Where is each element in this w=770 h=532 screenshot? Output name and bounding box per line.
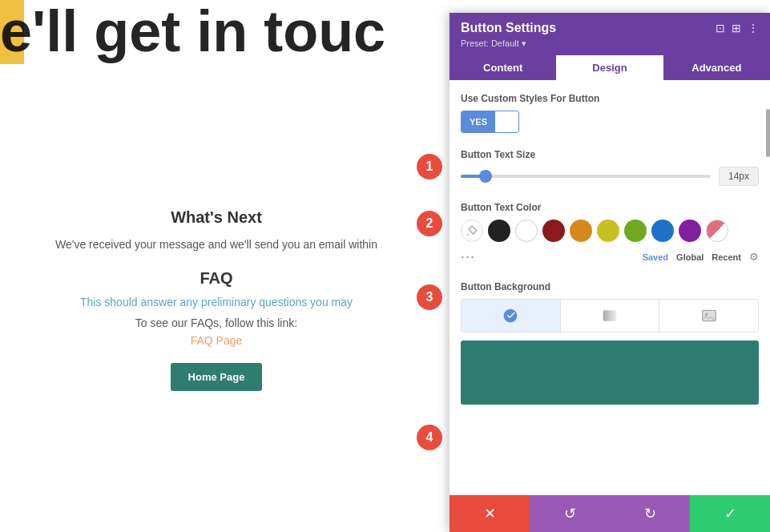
color-white[interactable] xyxy=(515,220,538,242)
step-bubble-4: 4 xyxy=(417,425,442,450)
bg-color-preview[interactable] xyxy=(461,341,759,405)
bg-type-row xyxy=(461,299,759,332)
bubble-label-3: 3 xyxy=(426,290,433,304)
bg-type-gradient[interactable] xyxy=(561,300,660,332)
tab-advanced[interactable]: Advanced xyxy=(663,55,770,80)
panel-title: Button Settings xyxy=(461,21,556,35)
preset-dropdown-arrow: ▾ xyxy=(522,38,526,48)
color-tab-recent[interactable]: Recent xyxy=(712,252,741,262)
bg-label: Button Background xyxy=(461,281,759,292)
redo-icon: ↻ xyxy=(644,505,656,522)
color-dark-red[interactable] xyxy=(542,220,565,242)
panel-footer: ✕ ↺ ↻ ✓ xyxy=(450,495,770,532)
save-icon: ✓ xyxy=(724,505,736,522)
tab-design-label: Design xyxy=(592,62,627,74)
button-settings-panel: Button Settings ⊡ ⊞ ⋮ Preset: Default ▾ … xyxy=(450,13,770,532)
panel-tabs: Content Design Advanced xyxy=(450,55,770,80)
tab-design[interactable]: Design xyxy=(556,55,663,80)
svg-line-0 xyxy=(467,234,469,236)
text-color-label: Button Text Color xyxy=(461,202,759,213)
tab-advanced-label: Advanced xyxy=(691,62,741,74)
faq-title: FAQ xyxy=(16,269,417,288)
faq-page-link[interactable]: FAQ Page xyxy=(16,334,417,347)
undo-button[interactable]: ↺ xyxy=(530,495,610,532)
scrollbar-thumb[interactable] xyxy=(766,109,770,157)
color-green[interactable] xyxy=(624,220,647,242)
color-custom[interactable] xyxy=(706,220,728,242)
preset-label-text: Preset: Default xyxy=(461,38,519,48)
color-eyedropper[interactable] xyxy=(461,220,483,242)
text-size-section: Button Text Size 14px xyxy=(461,149,759,186)
panel-icon-more[interactable]: ⋮ xyxy=(748,22,759,34)
color-blue[interactable] xyxy=(651,220,674,242)
step-bubble-1: 1 xyxy=(417,154,442,179)
custom-styles-toggle[interactable]: YES xyxy=(461,111,519,133)
undo-icon: ↺ xyxy=(564,505,576,522)
color-yellow[interactable] xyxy=(597,220,619,242)
color-tabs: Saved Global Recent ⚙ xyxy=(643,251,759,263)
custom-styles-label: Use Custom Styles For Button xyxy=(461,93,759,104)
background-section: Button Background xyxy=(461,281,759,405)
cancel-button[interactable]: ✕ xyxy=(450,495,530,532)
tab-content-label: Content xyxy=(483,62,522,74)
bubble-label-1: 1 xyxy=(426,159,433,174)
page-content: What's Next We've received your message … xyxy=(0,208,433,391)
panel-header: Button Settings ⊡ ⊞ ⋮ Preset: Default ▾ xyxy=(450,13,770,55)
color-tab-saved[interactable]: Saved xyxy=(643,252,668,262)
svg-rect-1 xyxy=(603,310,617,320)
custom-styles-toggle-wrap: YES xyxy=(461,111,759,133)
color-settings-icon[interactable]: ⚙ xyxy=(749,251,759,263)
faq-desc: This should answer any preliminary quest… xyxy=(16,296,417,308)
text-size-track[interactable] xyxy=(461,175,711,178)
color-orange[interactable] xyxy=(570,220,592,242)
text-size-label: Button Text Size xyxy=(461,149,759,160)
bubble-label-2: 2 xyxy=(426,216,433,231)
bg-type-solid[interactable] xyxy=(462,300,561,332)
panel-header-icons: ⊡ ⊞ ⋮ xyxy=(716,22,759,34)
page-headline: e'll get in touc xyxy=(0,0,385,63)
bg-type-image[interactable] xyxy=(659,300,758,332)
step-bubble-2: 2 xyxy=(417,211,442,236)
panel-body: Use Custom Styles For Button YES Button … xyxy=(450,80,770,495)
received-msg: We've received your message and we'll se… xyxy=(16,236,417,253)
custom-styles-section: Use Custom Styles For Button YES xyxy=(461,93,759,133)
color-tab-global[interactable]: Global xyxy=(676,252,703,262)
more-colors-button[interactable]: ··· xyxy=(461,248,475,265)
step-bubble-3: 3 xyxy=(417,284,442,310)
save-button[interactable]: ✓ xyxy=(690,495,770,532)
cancel-icon: ✕ xyxy=(484,505,496,522)
tab-content[interactable]: Content xyxy=(450,55,556,80)
toggle-no[interactable] xyxy=(495,111,518,132)
color-black[interactable] xyxy=(488,220,510,242)
panel-preset-label[interactable]: Preset: Default ▾ xyxy=(461,38,759,49)
whats-next-heading: What's Next xyxy=(16,208,417,227)
text-size-value[interactable]: 14px xyxy=(719,167,759,186)
panel-icon-resize[interactable]: ⊡ xyxy=(716,22,725,34)
text-color-row xyxy=(461,220,759,242)
received-msg-text: We've received your message and we'll se… xyxy=(55,238,377,251)
svg-point-3 xyxy=(705,313,708,316)
color-purple[interactable] xyxy=(679,220,701,242)
toggle-yes[interactable]: YES xyxy=(462,111,495,132)
home-page-button[interactable]: Home Page xyxy=(171,363,263,391)
color-extra-row: ··· Saved Global Recent ⚙ xyxy=(461,248,759,265)
text-size-thumb[interactable] xyxy=(479,170,492,183)
redo-button[interactable]: ↻ xyxy=(610,495,690,532)
faq-link-text: To see our FAQs, follow this link: xyxy=(16,316,417,329)
text-size-slider-row: 14px xyxy=(461,167,759,186)
bubble-label-4: 4 xyxy=(426,430,433,445)
text-color-section: Button Text Color xyxy=(461,202,759,265)
headline-text: e'll get in touc xyxy=(0,0,385,63)
panel-icon-columns[interactable]: ⊞ xyxy=(732,22,741,34)
